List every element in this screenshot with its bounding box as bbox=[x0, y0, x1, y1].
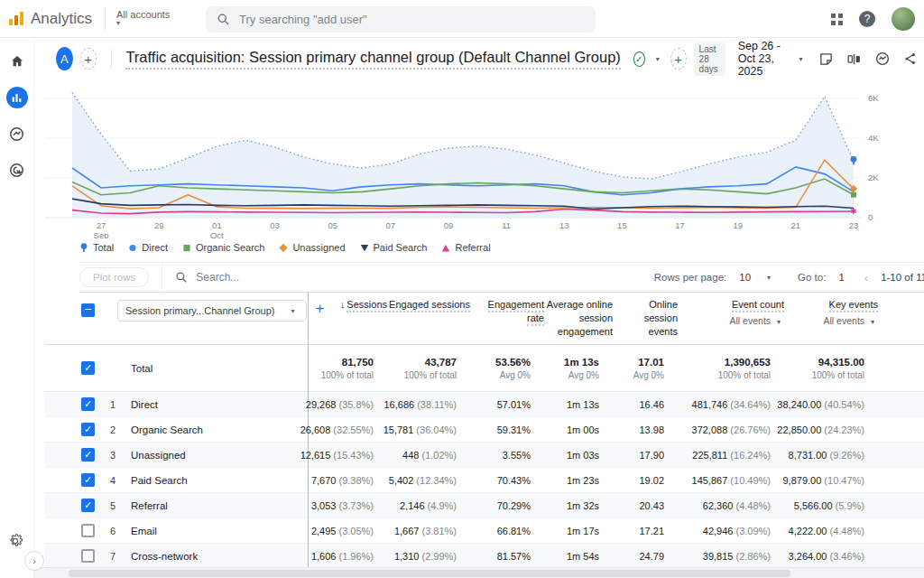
table-row-organic-search[interactable]: ✓2Organic Search26,608 (32.55%)15,781 (3… bbox=[45, 417, 924, 443]
sidebar-item-home[interactable] bbox=[6, 51, 28, 72]
column-header-average-online-session-engagement[interactable]: Average online session engagement bbox=[544, 298, 613, 339]
column-label: Engagement rate bbox=[488, 299, 544, 326]
metric-cell: 70.43% bbox=[457, 475, 531, 486]
analytics-logo-icon[interactable] bbox=[9, 12, 23, 25]
metric-cell: 66.81% bbox=[457, 526, 531, 536]
legend-item-paid-search[interactable]: Paid Search bbox=[360, 242, 428, 253]
plot-rows-button[interactable]: Plot rows bbox=[79, 267, 149, 287]
row-checkbox[interactable]: ✓ bbox=[81, 397, 95, 411]
advertising-icon bbox=[8, 162, 25, 179]
select-all-checkbox[interactable]: – bbox=[81, 303, 95, 317]
column-header-event-count[interactable]: Event countAll events ▾ bbox=[678, 298, 784, 339]
channel-name: Cross-network bbox=[131, 551, 294, 562]
metric-cell: 1m 13sAvg 0% bbox=[531, 357, 599, 380]
triangle-down-marker-icon bbox=[360, 243, 369, 253]
metric-cell: 12,615 (15.43%) bbox=[294, 450, 374, 461]
rows-per-page-value[interactable]: 10 bbox=[739, 272, 751, 283]
table-search-input[interactable]: Search... bbox=[175, 271, 239, 284]
traffic-table: – Session primary...Channel Group) ▾ + ↓… bbox=[45, 293, 924, 569]
legend-label: Total bbox=[93, 242, 114, 253]
chevron-down-icon[interactable]: ▾ bbox=[799, 55, 802, 63]
account-switcher[interactable]: All accounts ▾ bbox=[116, 9, 170, 28]
metric-cell: 59.31% bbox=[457, 424, 531, 435]
table-row-cross-network[interactable]: 7Cross-network1,606 (1.96%)1,310 (2.99%)… bbox=[45, 544, 924, 569]
row-checkbox[interactable] bbox=[81, 524, 95, 537]
legend-item-total[interactable]: Total bbox=[79, 242, 114, 253]
scrollbar-thumb[interactable] bbox=[69, 570, 790, 577]
sidebar-item-explore[interactable] bbox=[6, 123, 28, 144]
column-header-sessions[interactable]: ↓Sessions bbox=[308, 298, 387, 339]
svg-text:2K: 2K bbox=[868, 172, 879, 182]
admin-settings-button[interactable] bbox=[7, 533, 23, 553]
insights-button[interactable] bbox=[874, 51, 891, 67]
sidebar-item-advertising[interactable] bbox=[6, 159, 28, 181]
metric-cell: 1,667 (3.81%) bbox=[374, 526, 457, 536]
report-avatar-badge[interactable]: A bbox=[56, 47, 73, 70]
table-row-referral[interactable]: ✓5Referral3,053 (3.73%)2,146 (4.9%)70.29… bbox=[45, 493, 924, 518]
user-avatar[interactable] bbox=[892, 7, 915, 31]
column-label: Key events bbox=[829, 299, 878, 312]
expand-nav-button[interactable]: › bbox=[24, 551, 44, 571]
row-number: 2 bbox=[95, 424, 131, 435]
row-checkbox[interactable] bbox=[81, 549, 95, 563]
dimension-selector[interactable]: Session primary...Channel Group) ▾ bbox=[117, 300, 307, 322]
global-search-input[interactable]: Try searching "add user" bbox=[206, 6, 596, 33]
report-saved-check-icon[interactable]: ✓ bbox=[633, 51, 645, 67]
metric-cell: 5,402 (12.34%) bbox=[374, 475, 457, 486]
traffic-chart[interactable]: 6K4K2K0✱27Sep2901Oct03050709111315171921… bbox=[34, 79, 924, 256]
legend-item-referral[interactable]: Referral bbox=[441, 242, 490, 253]
legend-item-direct[interactable]: Direct bbox=[128, 242, 168, 253]
chevron-down-icon[interactable]: ▾ bbox=[656, 55, 660, 63]
svg-text:15: 15 bbox=[617, 220, 627, 230]
event-filter-dropdown[interactable]: All events ▾ bbox=[784, 314, 878, 328]
metric-cell: 1m 54s bbox=[531, 551, 599, 562]
sidebar-item-reports[interactable] bbox=[6, 87, 28, 108]
column-header-engagement-rate[interactable]: Engagement rate bbox=[470, 298, 544, 339]
metric-cell: 1m 00s bbox=[531, 424, 599, 435]
column-header-key-events[interactable]: Key eventsAll events ▾ bbox=[784, 298, 878, 339]
apps-grid-icon[interactable] bbox=[831, 14, 843, 25]
table-row-paid-search[interactable]: ✓4Paid Search7,670 (9.38%)5,402 (12.34%)… bbox=[45, 468, 924, 493]
svg-text:✱: ✱ bbox=[850, 207, 857, 216]
add-metric-button[interactable]: + bbox=[670, 48, 687, 70]
notes-button[interactable] bbox=[818, 51, 834, 67]
column-header-online-session-events[interactable]: Online session events bbox=[613, 298, 678, 339]
legend-item-organic-search[interactable]: Organic Search bbox=[182, 242, 264, 253]
event-filter-dropdown[interactable]: All events ▾ bbox=[678, 314, 784, 328]
column-header-engaged-sessions[interactable]: Engaged sessions bbox=[387, 298, 470, 339]
svg-text:23: 23 bbox=[849, 220, 859, 230]
help-icon[interactable]: ? bbox=[859, 11, 875, 27]
svg-text:21: 21 bbox=[791, 220, 801, 230]
metric-cell: 4,222.00 (4.48%) bbox=[771, 526, 864, 536]
date-range-selector[interactable]: Sep 26 - Oct 23, 2025 bbox=[738, 40, 783, 78]
report-title[interactable]: Traffic acquisition: Session primary cha… bbox=[125, 49, 620, 70]
share-button[interactable] bbox=[903, 51, 918, 66]
table-row-email[interactable]: 6Email2,495 (3.05%)1,667 (3.81%)66.81%1m… bbox=[45, 518, 924, 544]
row-checkbox[interactable]: ✓ bbox=[81, 361, 95, 375]
row-checkbox[interactable]: ✓ bbox=[81, 448, 95, 461]
circle-marker-icon bbox=[128, 243, 137, 253]
metric-cell: 42,946 (3.09%) bbox=[664, 526, 771, 536]
add-comparison-button[interactable]: + bbox=[80, 48, 97, 70]
column-label: Online session events bbox=[644, 299, 678, 338]
legend-item-unassigned[interactable]: Unassigned bbox=[279, 242, 345, 253]
row-checkbox[interactable]: ✓ bbox=[81, 499, 95, 512]
chevron-down-icon: ▾ bbox=[116, 20, 170, 28]
channel-name: Paid Search bbox=[131, 475, 294, 486]
table-row-direct[interactable]: ✓1Direct29,268 (35.8%)16,686 (38.11%)57.… bbox=[45, 392, 924, 417]
compare-button[interactable] bbox=[846, 51, 862, 67]
metric-cell: 3.55% bbox=[457, 450, 531, 461]
prev-page-button[interactable]: ‹ bbox=[864, 271, 868, 284]
search-placeholder: Try searching "add user" bbox=[239, 13, 367, 26]
metric-cell: 20.43 bbox=[599, 500, 664, 511]
table-row-unassigned[interactable]: ✓3Unassigned12,615 (15.43%)448 (1.02%)3.… bbox=[45, 443, 924, 468]
goto-page-input[interactable]: 1 bbox=[838, 272, 844, 283]
row-checkbox[interactable]: ✓ bbox=[81, 423, 95, 436]
compare-icon bbox=[846, 51, 862, 67]
line-chart[interactable]: 6K4K2K0✱27Sep2901Oct03050709111315171921… bbox=[34, 79, 908, 238]
chevron-down-icon[interactable]: ▾ bbox=[767, 274, 771, 282]
row-checkbox[interactable]: ✓ bbox=[81, 473, 95, 487]
metric-cell: 26,608 (32.55%) bbox=[294, 424, 374, 435]
horizontal-scrollbar[interactable] bbox=[34, 567, 924, 578]
svg-text:27: 27 bbox=[97, 220, 106, 230]
